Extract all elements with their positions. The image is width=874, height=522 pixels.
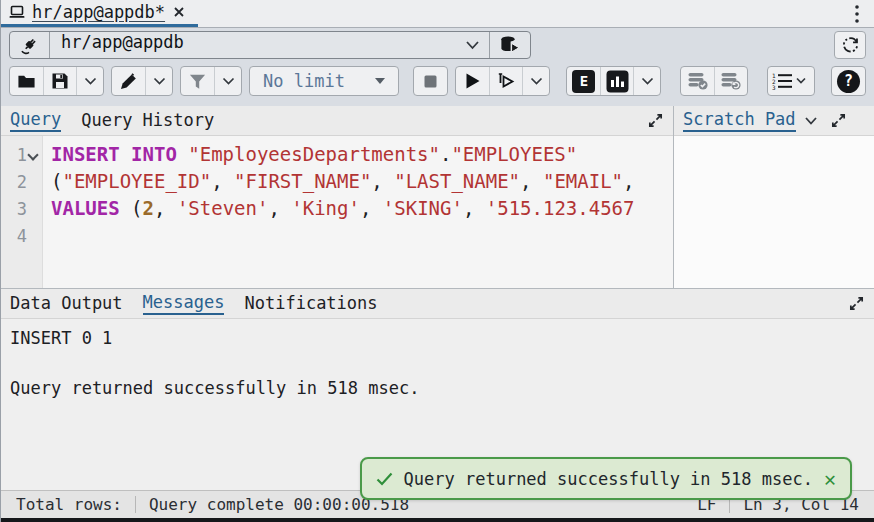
fold-chevron-icon[interactable] bbox=[27, 149, 39, 161]
tab-title: hr/app@appdb* bbox=[32, 2, 165, 22]
total-rows-label: Total rows: bbox=[16, 495, 122, 514]
numbered-list-icon: 123 bbox=[772, 72, 810, 90]
svg-text:3: 3 bbox=[772, 84, 776, 90]
refresh-icon bbox=[841, 36, 860, 55]
tab-messages[interactable]: Messages bbox=[143, 292, 225, 315]
folder-icon bbox=[17, 73, 36, 90]
maximize-scratch-pad-button[interactable] bbox=[830, 112, 847, 129]
kebab-icon bbox=[854, 4, 860, 24]
connection-status-button[interactable] bbox=[10, 32, 50, 58]
success-check-icon bbox=[376, 472, 393, 486]
query-toolbar: No limit bbox=[1, 62, 874, 106]
maximize-output-panel-button[interactable] bbox=[848, 295, 865, 312]
rollback-button[interactable] bbox=[714, 67, 747, 95]
tab-query-history[interactable]: Query History bbox=[81, 110, 214, 131]
success-toast: Query returned successfully in 518 msec.… bbox=[360, 457, 852, 500]
stop-icon bbox=[422, 73, 439, 90]
macros-button[interactable]: 123 bbox=[768, 67, 814, 95]
chevron-down-icon bbox=[530, 77, 543, 86]
database-commit-icon bbox=[687, 71, 709, 91]
edit-options-button[interactable] bbox=[145, 67, 172, 95]
message-line: INSERT 0 1 bbox=[10, 326, 865, 351]
help-button[interactable]: ? bbox=[832, 67, 865, 95]
window-bottom-edge bbox=[1, 518, 874, 522]
reset-layout-button[interactable] bbox=[834, 31, 866, 59]
line-number: 2 bbox=[1, 168, 42, 195]
plug-icon bbox=[19, 35, 40, 56]
line-number: 1 bbox=[1, 141, 42, 168]
query-tool-window: hr/app@appdb* hr/app@appdb bbox=[0, 0, 874, 522]
scratch-pad-header: Scratch Pad bbox=[674, 106, 874, 136]
stop-button[interactable] bbox=[414, 67, 447, 95]
connection-dropdown-chevron[interactable] bbox=[456, 32, 489, 58]
save-button[interactable] bbox=[43, 67, 76, 95]
database-rollback-icon bbox=[720, 71, 742, 91]
toast-message: Query returned successfully in 518 msec. bbox=[404, 469, 813, 489]
connection-value[interactable]: hr/app@appdb bbox=[50, 32, 456, 58]
help-icon: ? bbox=[837, 70, 860, 93]
message-line bbox=[10, 351, 865, 376]
edit-button[interactable] bbox=[112, 67, 145, 95]
message-line: Query returned successfully in 518 msec. bbox=[10, 376, 865, 401]
tab-notifications[interactable]: Notifications bbox=[244, 293, 377, 314]
filter-options-button[interactable] bbox=[214, 67, 241, 95]
sql-editor[interactable]: 1234 INSERT INTO "EmployeesDepartments".… bbox=[1, 136, 673, 288]
explain-options-button[interactable] bbox=[633, 67, 660, 95]
query-editor-pane: Query Query History 1234 INSERT INTO "Em… bbox=[1, 106, 674, 288]
explain-button[interactable]: E bbox=[567, 67, 600, 95]
code-line[interactable]: VALUES (2, 'Steven', 'King', 'SKING', '5… bbox=[51, 195, 673, 222]
scratch-pad-options-button[interactable] bbox=[804, 116, 818, 126]
execute-script-button[interactable] bbox=[456, 67, 489, 95]
database-new-icon bbox=[499, 35, 521, 55]
execute-options-button[interactable] bbox=[522, 67, 549, 95]
new-connection-button[interactable] bbox=[489, 32, 530, 58]
editor-gutter: 1234 bbox=[1, 136, 43, 288]
chevron-down-icon bbox=[222, 77, 235, 86]
terminal-icon bbox=[9, 5, 25, 19]
connection-selector[interactable]: hr/app@appdb bbox=[9, 31, 531, 59]
explain-analyze-button[interactable] bbox=[600, 67, 633, 95]
commit-button[interactable] bbox=[681, 67, 714, 95]
chevron-down-icon bbox=[641, 77, 654, 86]
window-tab-bar: hr/app@appdb* bbox=[1, 0, 874, 28]
chevron-down-icon bbox=[465, 40, 480, 50]
editor-tabs: Query Query History bbox=[1, 106, 673, 136]
main-panels: Query Query History 1234 INSERT INTO "Em… bbox=[1, 106, 874, 288]
chevron-down-icon bbox=[84, 77, 97, 86]
status-separator bbox=[135, 496, 136, 513]
line-number: 3 bbox=[1, 195, 42, 222]
window-menu-button[interactable] bbox=[840, 0, 874, 27]
code-line[interactable] bbox=[51, 222, 673, 249]
chevron-down-icon bbox=[153, 77, 166, 86]
open-file-button[interactable] bbox=[10, 67, 43, 95]
pencil-icon bbox=[119, 72, 138, 91]
scratch-pad-pane: Scratch Pad bbox=[674, 106, 874, 288]
tab-query[interactable]: Query bbox=[10, 109, 61, 132]
save-options-button[interactable] bbox=[76, 67, 103, 95]
toast-close-icon[interactable]: ✕ bbox=[824, 469, 836, 489]
output-tabs: Data Output Messages Notifications bbox=[1, 289, 874, 319]
execute-query-button[interactable] bbox=[489, 67, 522, 95]
bar-chart-icon bbox=[606, 70, 629, 93]
row-limit-value: No limit bbox=[263, 71, 345, 91]
query-tool-tab[interactable]: hr/app@appdb* bbox=[1, 0, 198, 27]
maximize-query-panel-button[interactable] bbox=[647, 112, 664, 129]
filter-icon bbox=[188, 73, 207, 90]
connection-bar: hr/app@appdb bbox=[1, 28, 874, 62]
filter-button[interactable] bbox=[181, 67, 214, 95]
line-number: 4 bbox=[1, 222, 42, 249]
code-line[interactable]: INSERT INTO "EmployeesDepartments"."EMPL… bbox=[51, 141, 673, 168]
scratch-pad-editor[interactable] bbox=[674, 136, 874, 288]
tab-scratch-pad[interactable]: Scratch Pad bbox=[683, 109, 796, 132]
editor-code[interactable]: INSERT INTO "EmployeesDepartments"."EMPL… bbox=[43, 136, 673, 288]
save-icon bbox=[51, 72, 69, 90]
code-line[interactable]: ("EMPLOYEE_ID", "FIRST_NAME", "LAST_NAME… bbox=[51, 168, 673, 195]
caret-down-icon bbox=[375, 78, 385, 84]
row-limit-select[interactable]: No limit bbox=[250, 67, 398, 95]
close-tab-icon[interactable] bbox=[172, 5, 186, 19]
play-cursor-icon bbox=[497, 72, 516, 90]
tab-data-output[interactable]: Data Output bbox=[10, 293, 123, 314]
play-icon bbox=[464, 72, 481, 90]
explain-icon: E bbox=[572, 70, 595, 93]
